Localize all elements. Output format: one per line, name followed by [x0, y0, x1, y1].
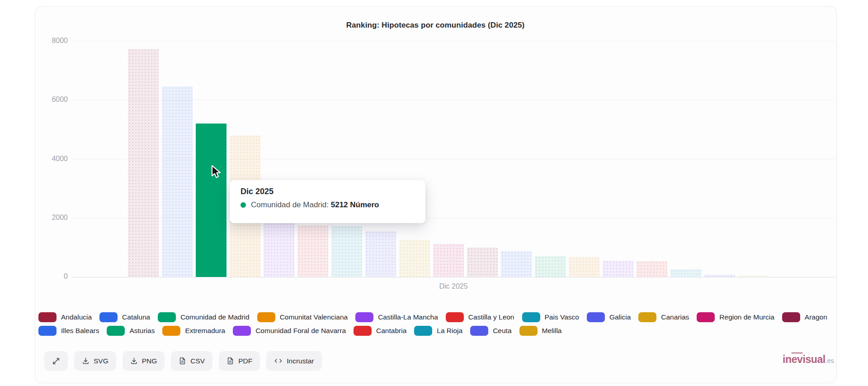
- download-icon: [130, 357, 138, 365]
- legend-swatch-icon: [257, 312, 275, 322]
- legend-item[interactable]: Cantabria: [354, 326, 406, 336]
- button-label: PDF: [238, 357, 252, 365]
- tooltip-value: 5212 Número: [331, 200, 379, 209]
- chart-bar[interactable]: [603, 261, 633, 277]
- embed-button[interactable]: Incrustar: [266, 351, 321, 371]
- legend-item[interactable]: Extremadura: [162, 326, 225, 336]
- legend-item[interactable]: Comunidad de Madrid: [158, 312, 250, 322]
- legend-label: Galicia: [609, 313, 631, 321]
- toolbar: SVGPNGCSVPDFIncrustar: [44, 351, 322, 371]
- series-dot-icon: [241, 202, 246, 208]
- chart-bar[interactable]: [637, 261, 667, 277]
- legend-swatch-icon: [519, 326, 538, 336]
- legend-item[interactable]: Illes Balears: [38, 326, 99, 336]
- legend-label: Melilla: [542, 327, 562, 335]
- y-axis-tick-label: 4000: [40, 155, 68, 163]
- code-icon: [274, 357, 283, 365]
- legend-swatch-icon: [107, 326, 125, 336]
- gridline: [71, 41, 835, 41]
- fullscreen-button[interactable]: [44, 351, 68, 371]
- chart-bar[interactable]: [162, 86, 193, 277]
- button-label: Incrustar: [287, 357, 314, 365]
- legend-swatch-icon: [587, 312, 605, 322]
- chart-bar[interactable]: [433, 244, 464, 277]
- page: Ranking: Hipotecas por comunidades (Dic …: [0, 0, 868, 386]
- brand-logo[interactable]: inevisual.es: [783, 353, 834, 366]
- legend-row: Illes BalearsAsturiasExtremaduraComunida…: [38, 326, 843, 336]
- y-axis-tick-label: 2000: [40, 214, 68, 222]
- download-icon: [82, 357, 90, 365]
- chart-bar[interactable]: [264, 223, 294, 277]
- legend-item[interactable]: Canarias: [638, 312, 689, 322]
- legend-swatch-icon: [162, 326, 180, 336]
- y-axis-tick-label: 0: [40, 272, 68, 281]
- chart-bar[interactable]: [467, 248, 498, 277]
- legend-item[interactable]: Comunidad Foral de Navarra: [233, 326, 346, 336]
- chart-bar[interactable]: [297, 225, 328, 277]
- export-pdf-button[interactable]: PDF: [219, 351, 260, 371]
- legend-label: Cantabria: [376, 327, 406, 335]
- legend-label: Asturias: [129, 327, 155, 335]
- legend-label: Cataluna: [122, 313, 150, 321]
- plot-area: [71, 41, 835, 277]
- chart-bar[interactable]: [365, 231, 396, 277]
- legend-item[interactable]: Andalucia: [38, 312, 92, 322]
- legend-item[interactable]: Comunitat Valenciana: [257, 312, 348, 322]
- legend-item[interactable]: Castilla y Leon: [446, 312, 514, 322]
- legend-item[interactable]: Ceuta: [470, 326, 511, 336]
- tooltip-row: Comunidad de Madrid: 5212 Número: [241, 200, 415, 210]
- chart-bar[interactable]: [535, 256, 566, 277]
- brand-logo-text: inevisual: [783, 353, 826, 365]
- export-csv-button[interactable]: CSV: [171, 351, 212, 371]
- legend-item[interactable]: Asturias: [107, 326, 155, 336]
- chart-bar[interactable]: [501, 251, 532, 277]
- legend-swatch-icon: [158, 312, 176, 322]
- x-axis-tick-label: Dic 2025: [71, 282, 835, 291]
- legend-swatch-icon: [522, 312, 540, 322]
- legend-item[interactable]: Melilla: [519, 326, 562, 336]
- legend-swatch-icon: [470, 326, 488, 336]
- brand-logo-suffix: .es: [826, 357, 834, 364]
- chart-bar[interactable]: [670, 269, 701, 277]
- legend-label: Pais Vasco: [545, 313, 579, 321]
- chart-bar[interactable]: [196, 124, 226, 277]
- button-label: PNG: [142, 357, 157, 365]
- chart-bar[interactable]: [331, 226, 362, 277]
- chart-bar[interactable]: [399, 240, 430, 277]
- legend-label: Comunidad de Madrid: [180, 313, 250, 321]
- legend-swatch-icon: [446, 312, 464, 322]
- legend-swatch-icon: [414, 326, 432, 336]
- export-svg-button[interactable]: SVG: [74, 351, 116, 371]
- legend: AndaluciaCatalunaComunidad de MadridComu…: [38, 312, 843, 336]
- legend-item[interactable]: La Rioja: [414, 326, 462, 336]
- legend-item[interactable]: Region de Murcia: [697, 312, 774, 322]
- chart-title: Ranking: Hipotecas por comunidades (Dic …: [35, 21, 836, 30]
- tooltip-series-label: Comunidad de Madrid: 5212 Número: [251, 200, 379, 210]
- legend-label: Region de Murcia: [719, 313, 774, 321]
- tooltip-title: Dic 2025: [241, 187, 415, 196]
- legend-label: Ceuta: [493, 327, 511, 335]
- legend-label: Comunidad Foral de Navarra: [255, 327, 346, 335]
- legend-label: Castilla y Leon: [468, 313, 514, 321]
- legend-item[interactable]: Pais Vasco: [522, 312, 579, 322]
- legend-swatch-icon: [638, 312, 656, 322]
- legend-swatch-icon: [355, 312, 373, 322]
- chart-bar[interactable]: [569, 257, 599, 277]
- export-png-button[interactable]: PNG: [123, 351, 165, 371]
- tooltip: Dic 2025 Comunidad de Madrid: 5212 Númer…: [230, 180, 425, 223]
- legend-swatch-icon: [354, 326, 372, 336]
- legend-item[interactable]: Castilla-La Mancha: [355, 312, 438, 322]
- legend-item[interactable]: Aragon: [782, 312, 827, 322]
- legend-label: Aragon: [805, 313, 827, 321]
- legend-swatch-icon: [38, 326, 57, 336]
- legend-row: AndaluciaCatalunaComunidad de MadridComu…: [38, 312, 843, 322]
- legend-swatch-icon: [697, 312, 715, 322]
- y-axis-tick-label: 8000: [40, 37, 68, 45]
- chart-bar[interactable]: [128, 49, 159, 277]
- x-axis-line: [71, 277, 835, 277]
- legend-item[interactable]: Cataluna: [99, 312, 150, 322]
- legend-item[interactable]: Galicia: [587, 312, 631, 322]
- legend-label: Comunitat Valenciana: [280, 313, 348, 321]
- legend-swatch-icon: [782, 312, 800, 322]
- file-icon: [179, 357, 186, 365]
